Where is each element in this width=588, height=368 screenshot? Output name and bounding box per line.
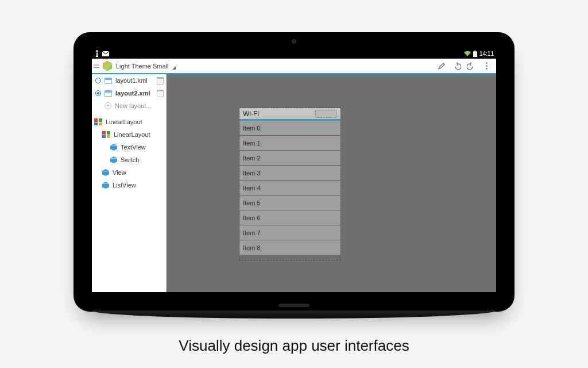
preview-header-title: Wi-Fi	[243, 110, 259, 118]
switch-widget[interactable]	[315, 110, 337, 118]
widget-icon	[102, 182, 109, 189]
list-item[interactable]: Item 6	[239, 210, 341, 225]
preview-header[interactable]: Wi-Fi	[239, 108, 341, 121]
wifi-icon	[464, 51, 471, 56]
file-label: layout1.xml	[115, 77, 153, 84]
svg-rect-2	[473, 51, 477, 57]
tablet-screen: 14:11 Light Theme Small	[92, 48, 496, 292]
list-item-label: Item 2	[243, 155, 261, 162]
sidebar: layout1.xml layout2.xml + New layout...	[92, 74, 167, 292]
list-item[interactable]: Item 4	[239, 181, 341, 195]
new-layout-button[interactable]: + New layout...	[92, 99, 166, 112]
status-clock: 14:11	[479, 51, 494, 57]
list-item-label: Item 3	[243, 170, 261, 177]
promo-caption: Visually design app user interfaces	[0, 337, 588, 355]
redo-button[interactable]	[464, 59, 479, 73]
widget-tree: LinearLayout LinearLayout TextView	[92, 116, 166, 191]
preview-listview[interactable]: Item 0 Item 1 Item 2 Item 3 Item 4 Item …	[239, 121, 341, 255]
tree-node-label: TextView	[121, 144, 146, 151]
edit-button[interactable]	[434, 59, 449, 73]
tree-node[interactable]: LinearLayout	[92, 128, 166, 141]
tablet-frame: 14:11 Light Theme Small	[74, 32, 514, 312]
tree-node[interactable]: LinearLayout	[92, 116, 166, 128]
svg-rect-1	[474, 51, 476, 51]
widget-icon	[110, 144, 117, 151]
android-status-bar: 14:11	[92, 48, 496, 59]
layout-file-row[interactable]: layout2.xml	[92, 87, 166, 99]
project-spinner[interactable]: Light Theme Small	[116, 63, 176, 70]
list-item-label: Item 4	[243, 185, 261, 191]
layout-file-icon	[105, 90, 112, 97]
overflow-menu-button[interactable]	[479, 59, 494, 73]
list-item-label: Item 6	[243, 214, 261, 221]
list-item[interactable]: Item 8	[239, 240, 341, 255]
list-item[interactable]: Item 3	[239, 166, 341, 181]
tree-node-label: Switch	[121, 156, 139, 163]
tree-node-label: View	[113, 169, 126, 176]
linearlayout-icon	[102, 131, 110, 138]
list-item[interactable]: Item 0	[239, 121, 341, 136]
tree-node-label: LinearLayout	[114, 131, 150, 138]
tree-node-label: LinearLayout	[106, 118, 142, 125]
tablet-home-indicator	[278, 304, 310, 307]
list-item-label: Item 8	[243, 244, 261, 251]
app-logo-icon	[102, 61, 113, 71]
list-item[interactable]: Item 7	[239, 225, 341, 240]
list-item-label: Item 5	[243, 200, 261, 206]
tree-node[interactable]: TextView	[92, 141, 166, 154]
list-item-label: Item 1	[243, 140, 261, 147]
design-canvas[interactable]: Wi-Fi Item 0 Item 1 Item 2 Item 3 Item 4…	[167, 74, 496, 292]
tree-node[interactable]: Switch	[92, 154, 166, 166]
add-icon: +	[105, 102, 111, 109]
undo-button[interactable]	[449, 59, 464, 73]
widget-icon	[110, 156, 117, 163]
widget-icon	[102, 169, 109, 176]
layout-file-row[interactable]: layout1.xml	[92, 74, 166, 87]
tree-node[interactable]: ListView	[92, 179, 166, 191]
drawer-button[interactable]	[92, 59, 101, 73]
tree-node-label: ListView	[113, 182, 136, 189]
list-item[interactable]: Item 1	[239, 136, 341, 151]
delete-file-button[interactable]	[157, 90, 164, 97]
delete-file-button[interactable]	[157, 77, 164, 85]
list-item-label: Item 7	[243, 229, 261, 236]
device-preview[interactable]: Wi-Fi Item 0 Item 1 Item 2 Item 3 Item 4…	[239, 108, 341, 260]
list-item[interactable]: Item 2	[239, 151, 341, 166]
battery-icon	[473, 51, 477, 57]
usb-icon	[94, 50, 100, 57]
list-item[interactable]: Item 5	[239, 195, 341, 210]
tablet-shadow	[92, 310, 496, 319]
radio-unselected-icon[interactable]	[95, 78, 101, 83]
list-item-label: Item 0	[243, 125, 261, 132]
mail-icon	[102, 51, 109, 56]
app-action-bar: Light Theme Small	[92, 59, 496, 74]
layout-file-icon	[105, 78, 112, 84]
tablet-camera	[292, 39, 296, 44]
tree-node[interactable]: View	[92, 166, 166, 179]
file-label: layout2.xml	[115, 90, 153, 97]
radio-selected-icon[interactable]	[95, 90, 101, 96]
new-layout-label: New layout...	[115, 102, 152, 109]
linearlayout-icon	[94, 118, 102, 125]
